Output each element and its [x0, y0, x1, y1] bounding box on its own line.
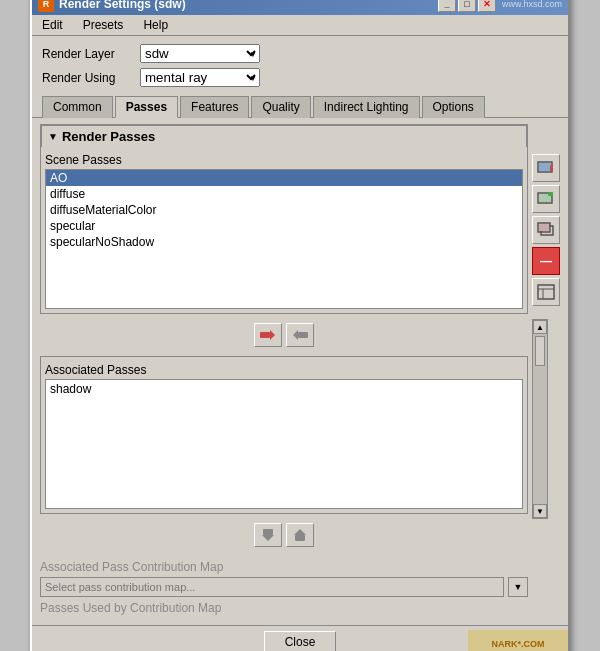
render-layer-wrapper: sdw: [140, 44, 260, 63]
window-title: Render Settings (sdw): [59, 0, 186, 11]
remove-from-associated-button[interactable]: [286, 323, 314, 347]
render-icon: [536, 158, 556, 178]
minus-icon: —: [540, 254, 552, 268]
contrib-dropdown-button[interactable]: ▼: [508, 577, 528, 597]
render-passes-header: ▼ Render Passes: [41, 125, 527, 147]
list-item[interactable]: specular: [46, 218, 522, 234]
svg-marker-8: [294, 529, 306, 535]
list-item[interactable]: diffuseMaterialColor: [46, 202, 522, 218]
scroll-up-button[interactable]: ▲: [533, 320, 547, 334]
render-using-label: Render Using: [42, 71, 132, 85]
maximize-button[interactable]: □: [458, 0, 476, 12]
app-icon: R: [38, 0, 54, 12]
list-item[interactable]: diffuse: [46, 186, 522, 202]
tab-quality[interactable]: Quality: [251, 96, 310, 118]
menu-help[interactable]: Help: [139, 17, 172, 33]
scene-passes-btn-row: [40, 320, 528, 350]
move-down-icon: [259, 526, 277, 544]
svg-rect-11: [550, 165, 553, 171]
tab-indirect-lighting[interactable]: Indirect Lighting: [313, 96, 420, 118]
render-layer-row: Render Layer sdw: [42, 44, 558, 63]
scene-passes-label: Scene Passes: [45, 153, 523, 167]
associated-passes-btn-row: [40, 520, 528, 550]
passes-used-label: Passes Used by Contribution Map: [40, 601, 528, 615]
contribution-area: Associated Pass Contribution Map ▼ Passe…: [40, 556, 528, 619]
menu-presets[interactable]: Presets: [79, 17, 128, 33]
menu-bar: Edit Presets Help: [32, 15, 568, 36]
contrib-select-row: ▼: [40, 577, 528, 597]
svg-marker-6: [262, 535, 274, 541]
list-item[interactable]: shadow: [50, 382, 518, 396]
svg-rect-5: [263, 529, 273, 535]
move-to-associated-button[interactable]: [254, 323, 282, 347]
side-icons-panel: — ▲ ▼: [532, 124, 560, 619]
svg-marker-1: [270, 330, 275, 340]
svg-rect-7: [295, 535, 305, 541]
tab-passes[interactable]: Passes: [115, 96, 178, 118]
contrib-map-label: Associated Pass Contribution Map: [40, 560, 528, 574]
assoc-move-down-button[interactable]: [254, 523, 282, 547]
title-bar: R Render Settings (sdw) _ □ ✕ www.hxsd.c…: [32, 0, 568, 15]
minimize-button[interactable]: _: [438, 0, 456, 12]
menu-edit[interactable]: Edit: [38, 17, 67, 33]
render-settings-button[interactable]: [532, 278, 560, 306]
divider-icon: —: [532, 247, 560, 275]
footer-bar: Close: [32, 625, 568, 651]
render-using-select[interactable]: mental ray: [140, 68, 260, 87]
list-item[interactable]: specularNoShadow: [46, 234, 522, 250]
render-button[interactable]: [532, 154, 560, 182]
render-sequence-button[interactable]: [532, 216, 560, 244]
remove-pass-icon: [291, 326, 309, 344]
svg-rect-3: [298, 332, 308, 338]
tab-common[interactable]: Common: [42, 96, 113, 118]
scroll-track: [533, 334, 547, 504]
contrib-map-input[interactable]: [40, 577, 504, 597]
main-panel: ▼ Render Passes Scene Passes AO diffuse …: [40, 124, 528, 619]
sequence-icon: [536, 220, 556, 240]
content-area: ▼ Render Passes Scene Passes AO diffuse …: [32, 118, 568, 625]
scroll-down-button[interactable]: ▼: [533, 504, 547, 518]
close-window-button[interactable]: ✕: [478, 0, 496, 12]
svg-rect-10: [539, 163, 551, 171]
render-using-wrapper: mental ray: [140, 68, 260, 87]
render-layer-label: Render Layer: [42, 47, 132, 61]
move-up-icon: [291, 526, 309, 544]
svg-marker-4: [293, 330, 298, 340]
tabs-bar: Common Passes Features Quality Indirect …: [32, 95, 568, 118]
svg-rect-17: [539, 224, 549, 231]
svg-rect-0: [260, 332, 270, 338]
svg-rect-14: [548, 192, 553, 196]
svg-rect-18: [538, 285, 554, 299]
associated-passes-list[interactable]: shadow: [45, 379, 523, 509]
form-area: Render Layer sdw Render Using mental ray: [32, 36, 568, 91]
list-item[interactable]: AO: [46, 170, 522, 186]
render-passes-title: Render Passes: [62, 129, 155, 144]
ipr-button[interactable]: [532, 185, 560, 213]
tab-options[interactable]: Options: [422, 96, 485, 118]
watermark-text: www.hxsd.com: [502, 0, 562, 9]
scroll-thumb[interactable]: [535, 336, 545, 366]
ipr-icon: [536, 189, 556, 209]
assoc-move-up-button[interactable]: [286, 523, 314, 547]
associated-passes-label: Associated Passes: [45, 363, 523, 377]
render-layer-select[interactable]: sdw: [140, 44, 260, 63]
add-pass-icon: [259, 326, 277, 344]
settings-icon: [536, 282, 556, 302]
tab-features[interactable]: Features: [180, 96, 249, 118]
scene-passes-list[interactable]: AO diffuse diffuseMaterialColor specular…: [45, 169, 523, 309]
render-using-row: Render Using mental ray: [42, 68, 558, 87]
panel-arrow-icon: ▼: [48, 131, 58, 142]
close-button[interactable]: Close: [264, 631, 337, 651]
